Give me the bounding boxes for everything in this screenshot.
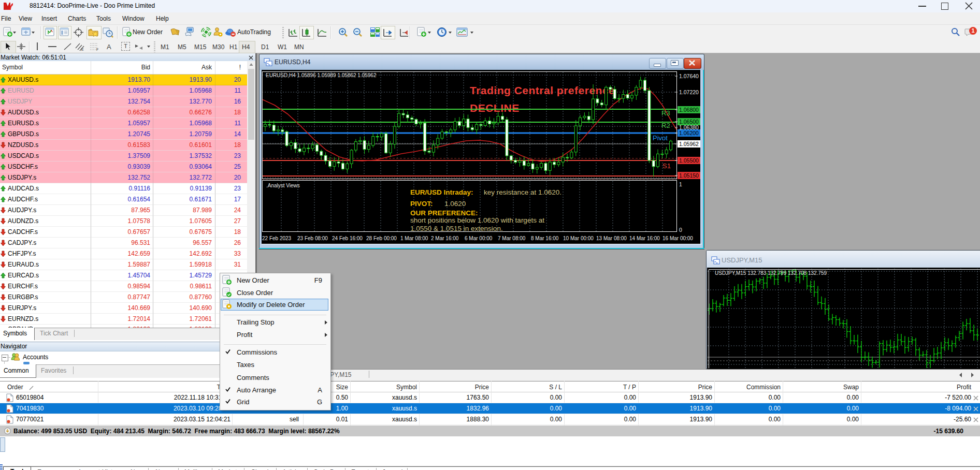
svg-text:R2: R2 bbox=[661, 122, 670, 129]
svg-text:1.07220: 1.07220 bbox=[679, 89, 699, 95]
svg-text:14 Mar 16:00: 14 Mar 16:00 bbox=[629, 236, 660, 241]
svg-text:1.05500: 1.05500 bbox=[679, 157, 699, 164]
svg-text:8 Mar 16:00: 8 Mar 16:00 bbox=[531, 236, 559, 241]
svg-text:F: F bbox=[96, 48, 98, 51]
svg-text:DECLINE: DECLINE bbox=[470, 102, 520, 114]
svg-text:1.0550 & 1.0515 in extension.: 1.0550 & 1.0515 in extension. bbox=[410, 225, 503, 232]
svg-text:1.05150: 1.05150 bbox=[679, 172, 699, 179]
svg-text:.Analyst Views: .Analyst Views bbox=[266, 183, 300, 188]
svg-text:13 Mar 08:00: 13 Mar 08:00 bbox=[596, 236, 627, 241]
svg-text:1.06200: 1.06200 bbox=[679, 130, 699, 136]
svg-text:1: 1 bbox=[679, 181, 682, 187]
svg-text:EUR/USD Intraday:: EUR/USD Intraday: bbox=[410, 188, 473, 196]
svg-text:10 Mar 00:00: 10 Mar 00:00 bbox=[563, 236, 594, 241]
svg-text:1.06800: 1.06800 bbox=[679, 107, 699, 113]
svg-text:0: 0 bbox=[679, 227, 682, 233]
svg-text:PIVOT:: PIVOT: bbox=[410, 200, 433, 208]
svg-text:USDJPY,M15 132.783 132.799 13: USDJPY,M15 132.783 132.799 132.708 132.7… bbox=[715, 270, 827, 276]
svg-text:key resistance at 1.0620.: key resistance at 1.0620. bbox=[484, 188, 561, 196]
svg-text:R3: R3 bbox=[661, 109, 670, 117]
svg-text:1 Mar 08:00: 1 Mar 08:00 bbox=[400, 236, 428, 241]
svg-text:1.05962: 1.05962 bbox=[679, 141, 699, 147]
svg-text:24 Feb 16:00: 24 Feb 16:00 bbox=[332, 236, 363, 241]
svg-text:short positions below 1.0620 w: short positions below 1.0620 with target… bbox=[410, 216, 544, 224]
svg-text:28 Feb 00:00: 28 Feb 00:00 bbox=[366, 236, 397, 241]
svg-text:2 Mar 16:00: 2 Mar 16:00 bbox=[431, 236, 459, 241]
svg-text:E: E bbox=[81, 48, 84, 51]
svg-text:7 Mar 08:00: 7 Mar 08:00 bbox=[498, 236, 526, 241]
svg-text:S1: S1 bbox=[662, 162, 671, 170]
svg-text:OUR PREFERENCE:: OUR PREFERENCE: bbox=[410, 209, 478, 217]
svg-text:23 Feb 08:00: 23 Feb 08:00 bbox=[297, 236, 328, 241]
svg-text:6 Mar 00:00: 6 Mar 00:00 bbox=[465, 236, 493, 241]
svg-text:1.07640: 1.07640 bbox=[679, 73, 699, 79]
svg-text:1.0620: 1.0620 bbox=[444, 200, 466, 208]
svg-text:16 Mar 00:00: 16 Mar 00:00 bbox=[662, 236, 693, 241]
svg-text:EURUSD,H4 1.05896 1.05989 1.0: EURUSD,H4 1.05896 1.05989 1.05862 1.0596… bbox=[266, 72, 377, 78]
svg-text:Pivot: Pivot bbox=[653, 134, 668, 142]
svg-text:22 Feb 2023: 22 Feb 2023 bbox=[262, 236, 292, 241]
